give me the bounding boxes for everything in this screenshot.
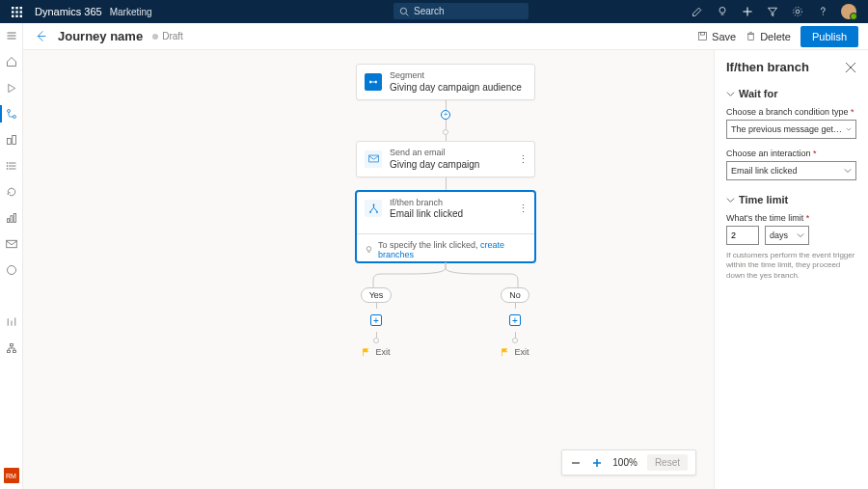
exit-node: Exit xyxy=(501,347,529,357)
publish-button[interactable]: Publish xyxy=(800,26,858,47)
menu-icon[interactable] xyxy=(5,29,18,42)
section-time-limit[interactable]: Time limit xyxy=(726,194,856,205)
interaction-select[interactable]: Email link clicked xyxy=(726,161,856,180)
analytics-icon[interactable] xyxy=(5,315,18,329)
branch-split-connector xyxy=(352,262,539,287)
add-node-button[interactable]: + xyxy=(509,314,521,326)
home-icon[interactable] xyxy=(5,55,18,68)
connector xyxy=(446,135,447,141)
top-bar: Dynamics 365 Marketing Search xyxy=(0,0,868,23)
node-more-icon[interactable]: ⋮ xyxy=(518,203,529,215)
journeys-icon[interactable] xyxy=(5,107,18,121)
exit-node: Exit xyxy=(362,347,390,357)
branch-icon xyxy=(365,200,382,217)
settings-icon[interactable] xyxy=(791,5,804,18)
status-badge: Draft xyxy=(152,31,183,41)
node-send-email[interactable]: Send an email Giving day campaign ⋮ xyxy=(356,141,535,177)
svg-rect-0 xyxy=(12,7,14,9)
condition-type-label: Choose a branch condition type * xyxy=(726,107,856,117)
interaction-label: Choose an interaction * xyxy=(726,149,856,158)
close-panel-button[interactable] xyxy=(845,62,856,73)
spacer-icon xyxy=(5,289,18,303)
chevron-down-icon xyxy=(726,196,735,204)
help-icon[interactable] xyxy=(816,5,829,18)
svg-rect-2 xyxy=(19,7,21,9)
svg-point-11 xyxy=(719,8,725,14)
flag-icon xyxy=(501,348,509,357)
topbar-actions xyxy=(691,4,862,19)
svg-rect-3 xyxy=(12,11,14,13)
global-search[interactable]: Search xyxy=(393,3,529,19)
svg-rect-39 xyxy=(10,344,13,346)
play-icon[interactable] xyxy=(5,81,18,95)
svg-point-54 xyxy=(376,211,378,213)
time-unit-select[interactable]: days xyxy=(765,226,809,245)
svg-rect-40 xyxy=(7,350,10,352)
node-more-icon[interactable]: ⋮ xyxy=(518,152,529,165)
svg-rect-34 xyxy=(6,240,16,248)
back-button[interactable] xyxy=(33,29,48,44)
panel-title: If/then branch xyxy=(726,60,809,74)
add-node-button[interactable]: + xyxy=(441,110,450,120)
search-placeholder: Search xyxy=(414,6,445,16)
connector xyxy=(446,177,447,191)
delete-button[interactable]: Delete xyxy=(746,31,791,42)
zoom-out-button[interactable] xyxy=(570,457,582,469)
svg-rect-6 xyxy=(12,14,14,16)
audience-icon[interactable] xyxy=(5,263,18,277)
zoom-in-button[interactable] xyxy=(591,457,603,469)
svg-point-16 xyxy=(794,8,802,16)
save-button[interactable]: Save xyxy=(697,31,736,42)
chevron-down-icon xyxy=(797,231,804,239)
node-if-then-branch[interactable]: If/then branch Email link clicked ⋮ To s… xyxy=(356,191,535,263)
svg-point-28 xyxy=(6,162,8,164)
svg-rect-31 xyxy=(7,219,9,223)
refresh-icon[interactable] xyxy=(5,185,18,199)
lightbulb-icon[interactable] xyxy=(716,5,729,18)
branch-yes: Yes + Exit xyxy=(352,287,400,357)
tree-icon[interactable] xyxy=(5,341,18,355)
zoom-reset-button[interactable]: Reset xyxy=(647,454,688,471)
filter-icon[interactable] xyxy=(766,5,779,18)
section-wait-for[interactable]: Wait for xyxy=(726,88,856,99)
node-segment[interactable]: Segment Giving day campaign audience xyxy=(356,64,535,100)
time-value-input[interactable] xyxy=(726,226,759,245)
node-type: Send an email xyxy=(390,148,479,158)
svg-rect-43 xyxy=(698,32,706,40)
svg-point-21 xyxy=(7,110,10,113)
svg-rect-44 xyxy=(700,32,704,35)
svg-rect-23 xyxy=(7,139,11,145)
no-pill[interactable]: No xyxy=(501,287,529,303)
add-node-button[interactable]: + xyxy=(370,314,382,326)
svg-point-30 xyxy=(6,168,8,170)
time-limit-help: If customers perform the event trigger w… xyxy=(726,251,856,281)
add-icon[interactable] xyxy=(741,5,754,18)
yes-pill[interactable]: Yes xyxy=(361,287,393,303)
svg-rect-5 xyxy=(19,11,21,13)
user-badge[interactable]: RM xyxy=(4,468,19,483)
edit-icon[interactable] xyxy=(691,5,704,18)
svg-point-9 xyxy=(400,8,406,14)
svg-rect-51 xyxy=(368,155,378,162)
svg-point-52 xyxy=(372,204,374,205)
svg-point-53 xyxy=(369,211,371,213)
app-launcher-icon[interactable] xyxy=(6,7,27,17)
chart-icon[interactable] xyxy=(5,211,18,225)
svg-rect-7 xyxy=(15,14,17,16)
svg-point-15 xyxy=(796,10,800,14)
svg-point-29 xyxy=(6,165,8,167)
mail-icon[interactable] xyxy=(5,237,18,251)
chevron-down-icon xyxy=(846,125,852,133)
svg-line-10 xyxy=(406,13,409,15)
connector-dot xyxy=(512,338,518,343)
branch-no: No + Exit xyxy=(491,287,539,357)
list-icon[interactable] xyxy=(5,159,18,173)
segment-icon xyxy=(365,73,382,91)
svg-rect-49 xyxy=(375,81,377,84)
condition-type-select[interactable]: The previous message gets an interaction xyxy=(726,120,856,139)
user-avatar[interactable] xyxy=(841,4,856,19)
flow-container: Segment Giving day campaign audience + S… xyxy=(352,64,539,357)
connector xyxy=(446,120,447,129)
campaigns-icon[interactable] xyxy=(5,133,18,147)
svg-point-55 xyxy=(366,247,371,252)
